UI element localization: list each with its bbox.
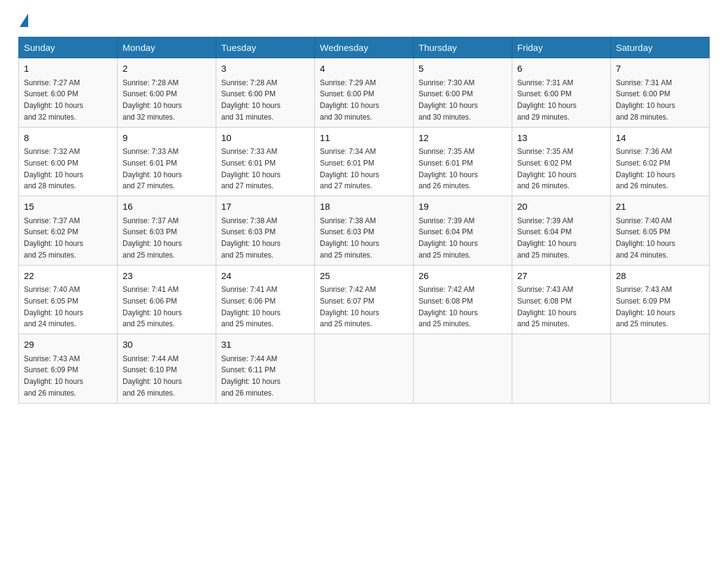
calendar-day-cell: 2Sunrise: 7:28 AMSunset: 6:00 PMDaylight…: [118, 58, 216, 128]
day-number: 10: [221, 131, 309, 145]
day-detail: Sunrise: 7:37 AMSunset: 6:03 PMDaylight:…: [123, 216, 182, 259]
day-detail: Sunrise: 7:33 AMSunset: 6:01 PMDaylight:…: [123, 147, 182, 190]
calendar-day-cell: 16Sunrise: 7:37 AMSunset: 6:03 PMDayligh…: [118, 196, 216, 266]
calendar-day-cell: 7Sunrise: 7:31 AMSunset: 6:00 PMDaylight…: [611, 58, 710, 128]
day-detail: Sunrise: 7:39 AMSunset: 6:04 PMDaylight:…: [517, 216, 577, 259]
header-thursday: Thursday: [414, 37, 512, 58]
day-detail: Sunrise: 7:38 AMSunset: 6:03 PMDaylight:…: [221, 216, 281, 259]
day-number: 4: [320, 62, 408, 76]
calendar-week-row: 15Sunrise: 7:37 AMSunset: 6:02 PMDayligh…: [19, 196, 710, 266]
day-detail: Sunrise: 7:37 AMSunset: 6:02 PMDaylight:…: [24, 216, 83, 259]
day-detail: Sunrise: 7:34 AMSunset: 6:01 PMDaylight:…: [320, 147, 379, 190]
calendar-day-cell: 1Sunrise: 7:27 AMSunset: 6:00 PMDaylight…: [19, 58, 118, 128]
calendar-day-cell: [611, 334, 710, 404]
day-number: 18: [320, 200, 408, 214]
day-detail: Sunrise: 7:41 AMSunset: 6:06 PMDaylight:…: [123, 285, 182, 328]
calendar-day-cell: 11Sunrise: 7:34 AMSunset: 6:01 PMDayligh…: [315, 127, 414, 196]
calendar-day-cell: 17Sunrise: 7:38 AMSunset: 6:03 PMDayligh…: [216, 196, 315, 266]
calendar-week-row: 22Sunrise: 7:40 AMSunset: 6:05 PMDayligh…: [19, 265, 710, 334]
logo: [18, 12, 28, 26]
day-detail: Sunrise: 7:42 AMSunset: 6:07 PMDaylight:…: [320, 285, 379, 328]
logo-triangle-icon: [20, 13, 28, 27]
day-detail: Sunrise: 7:35 AMSunset: 6:02 PMDaylight:…: [517, 147, 577, 190]
day-number: 27: [517, 269, 605, 283]
calendar-day-cell: 13Sunrise: 7:35 AMSunset: 6:02 PMDayligh…: [512, 127, 611, 196]
header-tuesday: Tuesday: [216, 37, 315, 58]
day-number: 9: [123, 131, 211, 145]
calendar-day-cell: 19Sunrise: 7:39 AMSunset: 6:04 PMDayligh…: [414, 196, 512, 266]
day-number: 1: [24, 62, 112, 76]
calendar-day-cell: 29Sunrise: 7:43 AMSunset: 6:09 PMDayligh…: [19, 334, 118, 404]
calendar-week-row: 29Sunrise: 7:43 AMSunset: 6:09 PMDayligh…: [19, 334, 710, 404]
header-friday: Friday: [512, 37, 611, 58]
calendar-day-cell: 9Sunrise: 7:33 AMSunset: 6:01 PMDaylight…: [118, 127, 216, 196]
day-number: 13: [517, 131, 605, 145]
calendar-day-cell: 14Sunrise: 7:36 AMSunset: 6:02 PMDayligh…: [611, 127, 710, 196]
calendar-day-cell: 31Sunrise: 7:44 AMSunset: 6:11 PMDayligh…: [216, 334, 315, 404]
day-detail: Sunrise: 7:38 AMSunset: 6:03 PMDaylight:…: [320, 216, 379, 259]
calendar-day-cell: [414, 334, 512, 404]
day-number: 21: [616, 200, 704, 214]
day-detail: Sunrise: 7:39 AMSunset: 6:04 PMDaylight:…: [419, 216, 478, 259]
day-detail: Sunrise: 7:28 AMSunset: 6:00 PMDaylight:…: [221, 79, 281, 121]
calendar-day-cell: 12Sunrise: 7:35 AMSunset: 6:01 PMDayligh…: [414, 127, 512, 196]
calendar-day-cell: 24Sunrise: 7:41 AMSunset: 6:06 PMDayligh…: [216, 265, 315, 334]
calendar-day-cell: 6Sunrise: 7:31 AMSunset: 6:00 PMDaylight…: [512, 58, 611, 128]
calendar-day-cell: 5Sunrise: 7:30 AMSunset: 6:00 PMDaylight…: [414, 58, 512, 128]
calendar-day-cell: 23Sunrise: 7:41 AMSunset: 6:06 PMDayligh…: [118, 265, 216, 334]
day-number: 12: [419, 131, 507, 145]
day-detail: Sunrise: 7:44 AMSunset: 6:10 PMDaylight:…: [123, 354, 182, 397]
day-detail: Sunrise: 7:42 AMSunset: 6:08 PMDaylight:…: [419, 285, 478, 328]
calendar-day-cell: 20Sunrise: 7:39 AMSunset: 6:04 PMDayligh…: [512, 196, 611, 266]
calendar-day-cell: 10Sunrise: 7:33 AMSunset: 6:01 PMDayligh…: [216, 127, 315, 196]
calendar-day-cell: [512, 334, 611, 404]
day-number: 25: [320, 269, 408, 283]
calendar-day-cell: [315, 334, 414, 404]
day-number: 26: [419, 269, 507, 283]
day-number: 29: [24, 338, 112, 352]
calendar-day-cell: 4Sunrise: 7:29 AMSunset: 6:00 PMDaylight…: [315, 58, 414, 128]
day-number: 19: [419, 200, 507, 214]
day-detail: Sunrise: 7:35 AMSunset: 6:01 PMDaylight:…: [419, 147, 478, 190]
day-detail: Sunrise: 7:43 AMSunset: 6:09 PMDaylight:…: [24, 354, 83, 397]
header-saturday: Saturday: [611, 37, 710, 58]
header-wednesday: Wednesday: [315, 37, 414, 58]
calendar-day-cell: 26Sunrise: 7:42 AMSunset: 6:08 PMDayligh…: [414, 265, 512, 334]
calendar-header-row: SundayMondayTuesdayWednesdayThursdayFrid…: [19, 37, 710, 58]
day-detail: Sunrise: 7:44 AMSunset: 6:11 PMDaylight:…: [221, 354, 281, 397]
header-sunday: Sunday: [19, 37, 118, 58]
day-detail: Sunrise: 7:31 AMSunset: 6:00 PMDaylight:…: [616, 79, 675, 121]
calendar-day-cell: 25Sunrise: 7:42 AMSunset: 6:07 PMDayligh…: [315, 265, 414, 334]
page-header: [18, 12, 710, 26]
day-number: 2: [123, 62, 211, 76]
day-detail: Sunrise: 7:36 AMSunset: 6:02 PMDaylight:…: [616, 147, 675, 190]
day-number: 22: [24, 269, 112, 283]
calendar-day-cell: 15Sunrise: 7:37 AMSunset: 6:02 PMDayligh…: [19, 196, 118, 266]
day-number: 24: [221, 269, 309, 283]
day-number: 3: [221, 62, 309, 76]
day-number: 17: [221, 200, 309, 214]
day-detail: Sunrise: 7:40 AMSunset: 6:05 PMDaylight:…: [24, 285, 83, 328]
day-number: 15: [24, 200, 112, 214]
day-number: 11: [320, 131, 408, 145]
day-detail: Sunrise: 7:27 AMSunset: 6:00 PMDaylight:…: [24, 79, 83, 121]
day-detail: Sunrise: 7:31 AMSunset: 6:00 PMDaylight:…: [517, 79, 577, 121]
calendar-week-row: 1Sunrise: 7:27 AMSunset: 6:00 PMDaylight…: [19, 58, 710, 128]
calendar-week-row: 8Sunrise: 7:32 AMSunset: 6:00 PMDaylight…: [19, 127, 710, 196]
calendar-day-cell: 22Sunrise: 7:40 AMSunset: 6:05 PMDayligh…: [19, 265, 118, 334]
day-detail: Sunrise: 7:43 AMSunset: 6:09 PMDaylight:…: [616, 285, 675, 328]
day-number: 16: [123, 200, 211, 214]
day-detail: Sunrise: 7:41 AMSunset: 6:06 PMDaylight:…: [221, 285, 281, 328]
day-detail: Sunrise: 7:29 AMSunset: 6:00 PMDaylight:…: [320, 79, 379, 121]
day-number: 6: [517, 62, 605, 76]
day-detail: Sunrise: 7:43 AMSunset: 6:08 PMDaylight:…: [517, 285, 577, 328]
calendar-day-cell: 27Sunrise: 7:43 AMSunset: 6:08 PMDayligh…: [512, 265, 611, 334]
day-detail: Sunrise: 7:28 AMSunset: 6:00 PMDaylight:…: [123, 79, 182, 121]
day-number: 30: [123, 338, 211, 352]
day-number: 23: [123, 269, 211, 283]
calendar-day-cell: 3Sunrise: 7:28 AMSunset: 6:00 PMDaylight…: [216, 58, 315, 128]
calendar-day-cell: 21Sunrise: 7:40 AMSunset: 6:05 PMDayligh…: [611, 196, 710, 266]
calendar-day-cell: 30Sunrise: 7:44 AMSunset: 6:10 PMDayligh…: [118, 334, 216, 404]
day-number: 14: [616, 131, 704, 145]
day-number: 8: [24, 131, 112, 145]
